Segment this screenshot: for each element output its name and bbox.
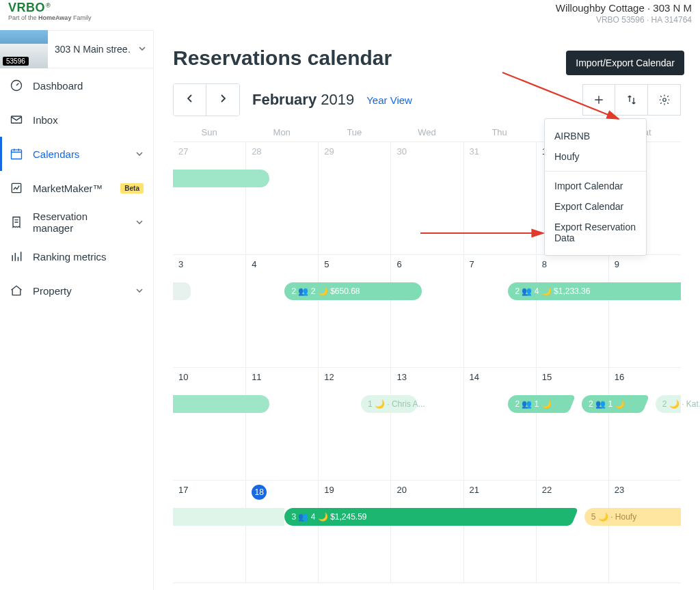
calendar-day[interactable]: 30	[390, 142, 463, 254]
chevron-down-icon	[135, 285, 144, 297]
header-property-ids: VRBO 53596 · HA 314764	[556, 15, 692, 26]
reservation-bar[interactable]	[173, 170, 269, 187]
calendar-day[interactable]: 12	[318, 368, 390, 480]
svg-point-4	[662, 98, 666, 102]
dropdown-item-houfy[interactable]: Houfy	[545, 146, 646, 167]
property-badge: 53596	[3, 57, 29, 66]
reservation-label: 2 👥 1 🌙	[515, 399, 551, 409]
calendar-day[interactable]: 28	[245, 142, 318, 254]
sidebar: 53596 303 N Main stree… Dashboard Inbox	[0, 30, 154, 590]
dropdown-item-airbnb[interactable]: AIRBNB	[545, 126, 646, 146]
svg-rect-1	[12, 116, 22, 123]
sidebar-item-ranking-metrics[interactable]: Ranking metrics	[0, 239, 153, 273]
brand-tagline: Part of the HomeAway Family	[8, 15, 91, 22]
calendar-day[interactable]: 10	[173, 368, 245, 480]
calendar-day[interactable]: 13	[390, 368, 463, 480]
calendar-day[interactable]: 16	[608, 368, 681, 480]
reservation-label: 5 🌙 · Houfy	[591, 512, 636, 522]
month-label: February 2019	[252, 91, 354, 109]
header-property-name: Willoughby Cottage · 303 N M	[556, 1, 692, 15]
dropdown-item-export-data[interactable]: Export Reservation Data	[545, 217, 646, 248]
reservation-label: 2 👥 2 🌙 $650.68	[291, 286, 360, 296]
calendar-day[interactable]: 14	[463, 368, 536, 480]
sidebar-item-label: Property	[33, 285, 126, 297]
calendar-week: 3 4 5 6 7 8 9 2 👥 2 🌙 $650.68 2 👥 4 🌙 $1…	[173, 255, 681, 368]
calendar-day[interactable]: 5	[318, 255, 390, 367]
header-property[interactable]: Willoughby Cottage · 303 N M VRBO 53596 …	[556, 1, 692, 25]
calendar-day[interactable]: 19	[318, 481, 390, 582]
reservation-bar[interactable]: 2 👥 2 🌙 $650.68	[284, 282, 422, 300]
dow-label: Wed	[390, 127, 463, 137]
calendar-day[interactable]: 11	[245, 368, 318, 480]
calendar-day[interactable]: 23	[608, 481, 681, 582]
calendar-day[interactable]: 21	[463, 481, 536, 582]
reservation-label: 3 👥 4 🌙 $1,245.59	[291, 512, 366, 522]
sidebar-item-marketmaker[interactable]: MarketMaker™ Beta	[0, 171, 153, 205]
import-export-tooltip: Import/Export Calendar	[566, 51, 684, 75]
dropdown-item-import[interactable]: Import Calendar	[545, 176, 646, 196]
year-view-link[interactable]: Year View	[366, 94, 412, 106]
sidebar-item-label: Ranking metrics	[33, 251, 144, 263]
chevron-down-icon	[135, 148, 144, 160]
reservation-bar[interactable]: 2 👥 1 🌙	[582, 395, 638, 413]
calendar-day-today[interactable]: 18	[245, 481, 318, 582]
sidebar-item-property[interactable]: Property	[0, 273, 153, 308]
reservation-bar[interactable]: 2 👥 1 🌙	[508, 395, 564, 413]
reservation-label: 2 👥 1 🌙	[589, 399, 625, 409]
sidebar-item-reservation-manager[interactable]: Reservation manager	[0, 205, 153, 239]
reservation-bar[interactable]	[173, 395, 269, 413]
add-button[interactable]	[582, 84, 615, 116]
calendar-week: 17 18 19 20 21 22 23 3 👥 4 🌙 $1,245.59 5…	[173, 481, 681, 583]
dow-label: Tue	[318, 127, 390, 137]
calendar-day[interactable]: 6	[390, 255, 463, 367]
envelope-icon	[10, 113, 23, 126]
calendar-day[interactable]: 7	[463, 255, 536, 367]
month-nav	[173, 83, 240, 116]
calendar-day[interactable]: 9	[608, 255, 681, 367]
calendar-day[interactable]: 15	[536, 368, 608, 480]
calendar-icon	[10, 147, 23, 161]
reservation-bar[interactable]: 3 👥 4 🌙 $1,245.59	[284, 508, 566, 526]
reservation-bar[interactable]: 1 🌙 · Chris A...	[361, 395, 417, 413]
dow-label: Mon	[245, 127, 318, 137]
dow-label: Sun	[173, 127, 245, 137]
receipt-icon	[10, 215, 23, 229]
dropdown-item-export[interactable]: Export Calendar	[545, 196, 646, 217]
bar-chart-icon	[10, 250, 23, 263]
calendar-day[interactable]: 4	[245, 255, 318, 367]
calendar-day[interactable]: 27	[173, 142, 245, 254]
reservation-bar[interactable]	[173, 282, 191, 300]
calendar-day[interactable]: 20	[390, 481, 463, 582]
reservation-label: 2 🌙 · Kat…	[662, 399, 700, 409]
reservation-bar[interactable]: 2 👥 4 🌙 $1,233.36	[508, 282, 681, 300]
sidebar-item-label: MarketMaker™	[33, 183, 111, 194]
calendar-day[interactable]: 17	[173, 481, 245, 582]
settings-button[interactable]	[648, 84, 681, 116]
property-switcher[interactable]: 53596 303 N Main stree…	[0, 30, 153, 68]
calendar-day[interactable]: 3	[173, 255, 245, 367]
sidebar-item-label: Dashboard	[33, 80, 144, 92]
svg-rect-2	[12, 150, 22, 159]
chevron-down-icon	[135, 217, 144, 228]
prev-month-button[interactable]	[174, 84, 206, 116]
calendar-day[interactable]: 22	[536, 481, 608, 582]
sidebar-item-inbox[interactable]: Inbox	[0, 103, 153, 137]
reservation-bar[interactable]: 2 🌙 · Kat…	[656, 395, 681, 413]
import-export-button[interactable]	[615, 84, 648, 116]
sidebar-item-calendars[interactable]: Calendars	[0, 137, 153, 171]
calendar-day[interactable]: 31	[463, 142, 536, 254]
calendar-day[interactable]: 29	[318, 142, 390, 254]
reservation-label: 2 👥 4 🌙 $1,233.36	[515, 286, 590, 296]
reservation-bar[interactable]	[173, 508, 284, 526]
beta-badge: Beta	[120, 183, 144, 193]
sidebar-item-label: Calendars	[33, 148, 126, 160]
main-content: Reservations calendar February 2019 Year…	[154, 30, 700, 590]
sidebar-item-label: Inbox	[33, 114, 144, 126]
chevron-down-icon	[138, 43, 146, 55]
sidebar-item-label: Reservation manager	[33, 211, 126, 234]
reservation-bar[interactable]: 5 🌙 · Houfy	[584, 508, 681, 526]
calendar-day[interactable]: 8	[536, 255, 608, 367]
next-month-button[interactable]	[206, 84, 239, 116]
dow-label: Thu	[463, 127, 536, 137]
sidebar-item-dashboard[interactable]: Dashboard	[0, 68, 153, 103]
